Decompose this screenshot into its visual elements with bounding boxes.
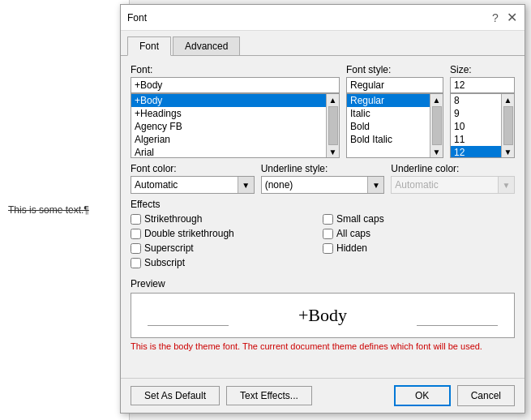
size-item-8[interactable]: 8	[451, 94, 501, 107]
small-caps-checkbox[interactable]	[323, 214, 333, 225]
preview-text: +Body	[298, 305, 347, 326]
tab-font[interactable]: Font	[127, 36, 171, 56]
font-item-body[interactable]: +Body	[131, 94, 326, 107]
underline-color-col: Underline color: Automatic ▼	[391, 163, 515, 194]
style-item-bolditalic[interactable]: Bold Italic	[347, 133, 430, 146]
close-button[interactable]: ✕	[505, 11, 518, 24]
strikethrough-row: Strikethrough	[131, 213, 323, 225]
style-item-italic[interactable]: Italic	[347, 107, 430, 120]
font-style-size-row: Font: +Body +Headings Agency FB Algerian…	[131, 64, 515, 158]
font-item-headings[interactable]: +Headings	[131, 107, 326, 120]
double-strikethrough-checkbox[interactable]	[131, 229, 141, 239]
font-scrollbar[interactable]: ▲ ▼	[326, 94, 339, 157]
set-default-button[interactable]: Set As Default	[131, 386, 220, 405]
document-backdrop: This is some text.¶	[0, 0, 130, 420]
hidden-label: Hidden	[336, 242, 367, 254]
effects-section: Effects Strikethrough Double strikethrou…	[131, 199, 515, 272]
underline-color-label: Underline color:	[391, 163, 515, 174]
size-scroll-down[interactable]: ▼	[503, 146, 514, 157]
preview-line-left	[148, 325, 229, 326]
all-caps-checkbox[interactable]	[323, 229, 333, 239]
subscript-row: Subscript	[131, 257, 323, 268]
all-caps-label: All caps	[336, 228, 370, 239]
underline-style-arrow[interactable]: ▼	[367, 177, 383, 193]
size-item-12[interactable]: 12	[451, 146, 501, 157]
subscript-label: Subscript	[144, 257, 185, 268]
size-label: Size:	[450, 64, 515, 75]
font-scroll-up[interactable]: ▲	[328, 94, 339, 105]
font-list-inner: +Body +Headings Agency FB Algerian Arial	[131, 94, 326, 157]
font-item-arial[interactable]: Arial	[131, 146, 326, 157]
btn-left-group: Set As Default Text Effects...	[131, 386, 312, 405]
font-column: Font: +Body +Headings Agency FB Algerian…	[131, 64, 340, 158]
small-caps-row: Small caps	[323, 213, 515, 225]
font-input[interactable]	[131, 78, 339, 92]
all-caps-row: All caps	[323, 228, 515, 239]
style-input[interactable]	[347, 78, 443, 92]
size-column: Size: 8 9 10 11 12 ▲ ▼	[450, 64, 515, 158]
font-color-col: Font color: Automatic ▼	[131, 163, 255, 194]
hidden-checkbox[interactable]	[323, 243, 333, 254]
size-item-10[interactable]: 10	[451, 120, 501, 133]
info-text: This is the body theme font. The current…	[131, 341, 515, 351]
underline-style-col: Underline style: (none) ▼	[261, 163, 385, 194]
effects-right: Small caps All caps Hidden	[323, 213, 515, 272]
subscript-checkbox[interactable]	[131, 258, 141, 268]
underline-color-dropdown[interactable]: Automatic ▼	[391, 176, 515, 194]
size-input[interactable]	[451, 78, 514, 92]
tab-advanced[interactable]: Advanced	[173, 36, 240, 56]
style-item-bold[interactable]: Bold	[347, 120, 430, 133]
text-effects-button[interactable]: Text Effects...	[226, 386, 312, 405]
size-item-9[interactable]: 9	[451, 107, 501, 120]
size-listbox[interactable]: 8 9 10 11 12 ▲ ▼	[450, 93, 515, 158]
cancel-button[interactable]: Cancel	[457, 385, 515, 406]
title-bar-controls: ? ✕	[489, 11, 518, 24]
effects-label: Effects	[131, 199, 515, 210]
underline-color-arrow[interactable]: ▼	[498, 177, 514, 193]
font-scroll-down[interactable]: ▼	[328, 146, 339, 157]
size-scrollbar[interactable]: ▲ ▼	[501, 94, 514, 157]
dialog-title-bar: Font ? ✕	[121, 5, 525, 31]
font-item-agencyfb[interactable]: Agency FB	[131, 120, 326, 133]
ok-button[interactable]: OK	[394, 385, 451, 406]
size-scroll-up[interactable]: ▲	[503, 94, 514, 105]
superscript-label: Superscript	[144, 242, 194, 254]
button-row: Set As Default Text Effects... OK Cancel	[121, 378, 525, 413]
font-listbox[interactable]: +Body +Headings Agency FB Algerian Arial…	[131, 93, 340, 158]
tab-bar: Font Advanced	[121, 31, 525, 56]
font-item-algerian[interactable]: Algerian	[131, 133, 326, 146]
style-scrollbar[interactable]: ▲ ▼	[430, 94, 443, 157]
underline-style-value: (none)	[262, 179, 368, 191]
font-color-label: Font color:	[131, 163, 255, 174]
strikethrough-checkbox[interactable]	[131, 214, 141, 225]
font-color-arrow[interactable]: ▼	[238, 177, 254, 193]
superscript-checkbox[interactable]	[131, 243, 141, 254]
style-column: Font style: Regular Italic Bold Bold Ita…	[346, 64, 443, 158]
style-item-regular[interactable]: Regular	[347, 94, 430, 107]
style-listbox[interactable]: Regular Italic Bold Bold Italic ▲ ▼	[346, 93, 443, 158]
style-scroll-down[interactable]: ▼	[431, 146, 443, 157]
font-color-value: Automatic	[131, 179, 238, 191]
dialog-title: Font	[127, 12, 147, 24]
size-item-11[interactable]: 11	[451, 133, 501, 146]
font-input-row[interactable]	[131, 77, 340, 93]
document-text: This is some text.¶	[8, 204, 89, 216]
strikethrough-label: Strikethrough	[144, 213, 202, 225]
size-input-row[interactable]	[450, 77, 515, 93]
small-caps-label: Small caps	[336, 213, 384, 225]
preview-section: Preview +Body This is the body theme fon…	[131, 278, 515, 351]
hidden-row: Hidden	[323, 242, 515, 254]
size-list-inner: 8 9 10 11 12	[451, 94, 501, 157]
underline-color-value: Automatic	[392, 179, 498, 191]
font-scroll-thumb[interactable]	[328, 106, 338, 145]
underline-style-dropdown[interactable]: (none) ▼	[261, 176, 385, 194]
font-color-dropdown[interactable]: Automatic ▼	[131, 176, 255, 194]
style-scroll-thumb[interactable]	[432, 106, 442, 145]
style-label: Font style:	[346, 64, 443, 75]
style-scroll-up[interactable]: ▲	[431, 94, 443, 105]
underline-style-label: Underline style:	[261, 163, 385, 174]
size-scroll-thumb[interactable]	[503, 106, 513, 145]
help-button[interactable]: ?	[489, 11, 502, 24]
effects-grid: Strikethrough Double strikethrough Super…	[131, 213, 515, 272]
style-input-row[interactable]	[346, 77, 443, 93]
